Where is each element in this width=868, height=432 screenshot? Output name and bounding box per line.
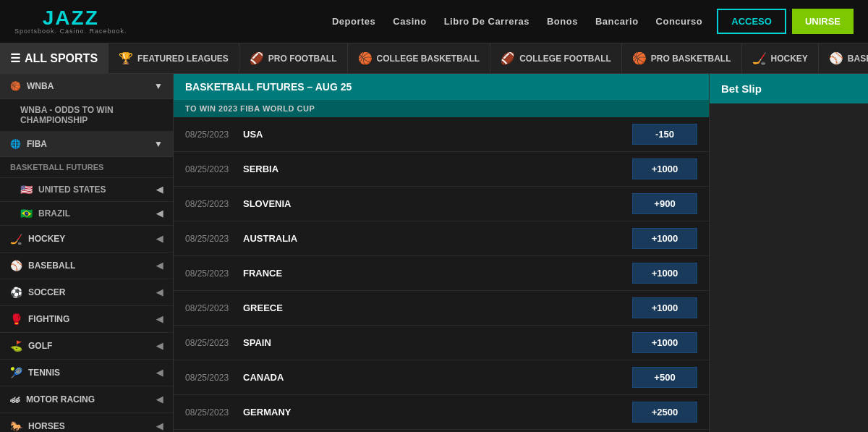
horses-chevron: ◀ (156, 421, 163, 431)
bet-slip: Bet Slip (709, 74, 868, 432)
sidebar-soccer[interactable]: ⚽ SOCCER ◀ (0, 279, 173, 306)
odds-name: AUSTRALIA (243, 233, 632, 244)
tab-college-basketball[interactable]: 🏀 COLLEGE BASKETBALL (347, 43, 490, 73)
odds-date: 08/25/2023 (185, 164, 243, 174)
odds-button[interactable]: +500 (632, 367, 697, 388)
sidebar-wnba-championship[interactable]: WNBA - ODDS TO WIN CHAMPIONSHIP (0, 99, 173, 132)
nav-bonos[interactable]: Bonos (547, 16, 578, 27)
soccer-chevron: ◀ (156, 287, 163, 297)
table-row: 08/25/2023 SLOVENIA +900 (174, 187, 709, 221)
tab-pro-basketball[interactable]: 🏀 PRO BASKETBALL (621, 43, 741, 73)
tab-hockey[interactable]: 🏒 HOCKEY (741, 43, 818, 73)
baseball-label: BASEBALL (28, 261, 75, 271)
tab-pro-football[interactable]: 🏈 PRO FOOTBALL (239, 43, 347, 73)
hockey-icon: 🏒 (10, 233, 22, 245)
odds-button[interactable]: +900 (632, 193, 697, 214)
tab-featured-leagues[interactable]: 🏆 FEATURED LEAGUES (108, 43, 239, 73)
hamburger-icon: ☰ (10, 51, 20, 65)
sidebar: 🏀 WNBA ▼ WNBA - ODDS TO WIN CHAMPIONSHIP… (0, 74, 174, 432)
table-row: 08/25/2023 GERMANY +2500 (174, 395, 709, 430)
sidebar-brazil[interactable]: 🇧🇷 BRAZIL ◀ (0, 202, 173, 226)
sidebar-horses[interactable]: 🐎 HORSES ◀ (0, 413, 173, 432)
nav-concurso[interactable]: Concurso (656, 16, 703, 27)
header: JAZZ Sportsbook. Casino. Racebook. Depor… (0, 0, 868, 43)
golf-icon: ⛳ (10, 340, 22, 352)
sidebar-hockey[interactable]: 🏒 HOCKEY ◀ (0, 226, 173, 253)
nav-bancario[interactable]: Bancario (595, 16, 639, 27)
odds-name: GERMANY (243, 407, 632, 418)
odds-date: 08/25/2023 (185, 199, 243, 209)
odds-name: GREECE (243, 302, 632, 313)
odds-button[interactable]: +1000 (632, 158, 697, 179)
soccer-label: SOCCER (28, 287, 65, 297)
odds-date: 08/25/2023 (185, 303, 243, 313)
baseball-icon-tab: ⚾ (829, 51, 843, 65)
table-row: 08/25/2023 USA -150 (174, 117, 709, 152)
sidebar-wnba-header[interactable]: 🏀 WNBA ▼ (0, 74, 173, 99)
odds-button[interactable]: +1000 (632, 228, 697, 249)
nav-deportes[interactable]: Deportes (332, 16, 375, 27)
odds-name: FRANCE (243, 268, 632, 279)
odds-button[interactable]: +1000 (632, 263, 697, 284)
fighting-icon: 🥊 (10, 313, 22, 325)
tennis-label: TENNIS (28, 368, 60, 378)
nav-casino[interactable]: Casino (393, 16, 426, 27)
baseball-icon: ⚾ (10, 260, 22, 271)
logo-jazz: JAZZ (43, 8, 99, 28)
tab-baseball[interactable]: ⚾ BASEBALL (818, 43, 868, 73)
motor-racing-icon: 🏎 (10, 394, 20, 405)
baseball-chevron: ◀ (156, 261, 163, 271)
tab-baseball-label: BASEBALL (848, 54, 868, 64)
sidebar-fiba-header[interactable]: 🌐 FIBA ▼ (0, 132, 173, 157)
content-header: BASKETBALL FUTURES – Aug 25 (174, 74, 709, 100)
odds-button[interactable]: -150 (632, 124, 697, 145)
odds-button[interactable]: +1000 (632, 332, 697, 353)
unirse-button[interactable]: UNIRSE (792, 9, 854, 34)
brazil-flag-icon: 🇧🇷 (20, 208, 33, 219)
odds-button[interactable]: +2500 (632, 402, 697, 423)
tab-college-football[interactable]: 🏈 COLLEGE FOOTBALL (490, 43, 621, 73)
nav-libro[interactable]: Libro De Carreras (444, 16, 529, 27)
golf-label: GOLF (28, 341, 52, 351)
table-row: 08/25/2023 CANADA +500 (174, 360, 709, 395)
odds-date: 08/25/2023 (185, 338, 243, 348)
logo: JAZZ Sportsbook. Casino. Racebook. (14, 8, 127, 35)
horses-label: HORSES (28, 421, 65, 431)
tab-college-basketball-label: COLLEGE BASKETBALL (377, 54, 480, 64)
odds-name: SERBIA (243, 164, 632, 174)
wnba-chevron: ▼ (154, 81, 163, 91)
main-layout: 🏀 WNBA ▼ WNBA - ODDS TO WIN CHAMPIONSHIP… (0, 74, 868, 432)
acceso-button[interactable]: ACCESO (717, 9, 786, 34)
all-sports-button[interactable]: ☰ ALL SPORTS (0, 43, 108, 73)
brazil-chevron: ◀ (156, 208, 163, 219)
motor-racing-chevron: ◀ (156, 394, 163, 405)
tab-featured-leagues-label: FEATURED LEAGUES (137, 54, 229, 64)
odds-button[interactable]: +1000 (632, 297, 697, 318)
fiba-icon: 🌐 (10, 139, 21, 149)
sidebar-fighting[interactable]: 🥊 FIGHTING ◀ (0, 306, 173, 333)
table-row: 08/25/2023 GREECE +1000 (174, 291, 709, 326)
content-area: BASKETBALL FUTURES – Aug 25 TO WIN 2023 … (174, 74, 709, 432)
us-flag-icon: 🇺🇸 (20, 184, 33, 195)
wnba-label: WNBA (27, 81, 54, 91)
fighting-label: FIGHTING (28, 314, 69, 324)
bet-slip-header: Bet Slip (710, 74, 868, 103)
fighting-chevron: ◀ (156, 314, 163, 324)
odds-name: USA (243, 129, 632, 140)
sidebar-united-states[interactable]: 🇺🇸 UNITED STATES ◀ (0, 178, 173, 202)
sports-nav: ☰ ALL SPORTS 🏆 FEATURED LEAGUES 🏈 PRO FO… (0, 43, 868, 74)
wnba-championship-label: WNBA - ODDS TO WIN CHAMPIONSHIP (20, 105, 163, 125)
all-sports-label: ALL SPORTS (25, 52, 98, 65)
sidebar-motor-racing[interactable]: 🏎 MOTOR RACING ◀ (0, 386, 173, 413)
main-nav: Deportes Casino Libro De Carreras Bonos … (332, 16, 702, 27)
sidebar-baseball[interactable]: ⚾ BASEBALL ◀ (0, 253, 173, 279)
sidebar-tennis[interactable]: 🎾 TENNIS ◀ (0, 360, 173, 386)
table-row: 08/25/2023 AUSTRALIA +1000 (174, 221, 709, 256)
odds-date: 08/25/2023 (185, 407, 243, 418)
sidebar-golf[interactable]: ⛳ GOLF ◀ (0, 333, 173, 360)
tennis-icon: 🎾 (10, 367, 22, 378)
table-row: 08/25/2023 SERBIA +1000 (174, 152, 709, 187)
football-icon: 🏈 (250, 51, 264, 65)
united-states-chevron: ◀ (156, 185, 163, 195)
trophy-icon: 🏆 (119, 51, 133, 65)
